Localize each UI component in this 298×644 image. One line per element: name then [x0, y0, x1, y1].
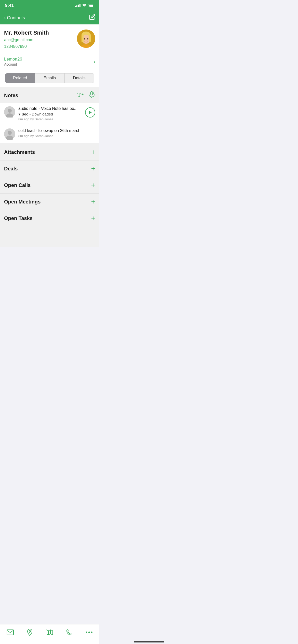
svg-text:+: +	[93, 92, 94, 95]
note-avatar-2	[4, 128, 15, 140]
contact-name: Mr. Robert Smith	[4, 30, 49, 36]
note-avatar	[4, 106, 15, 118]
svg-marker-17	[89, 111, 92, 114]
chevron-right-icon: ›	[93, 59, 95, 65]
contact-info: Mr. Robert Smith abc@gmail.com 123456789…	[4, 30, 49, 49]
svg-rect-4	[89, 35, 91, 42]
note-separator: -	[29, 112, 32, 116]
tabs-container: Related Emails Details	[0, 70, 99, 87]
nav-bar: ‹ Contacts	[0, 11, 99, 24]
notes-title: Notes	[4, 93, 18, 98]
note-item: audio note - Voice Note has be... 7 Sec …	[0, 103, 99, 125]
deals-section: Deals +	[0, 160, 99, 177]
deals-add-button[interactable]: +	[91, 165, 95, 172]
open-meetings-add-button[interactable]: +	[91, 198, 95, 205]
note-content-2: cold lead - followup on 26th march 8m ag…	[18, 128, 95, 138]
svg-point-15	[8, 109, 12, 113]
battery-icon	[88, 4, 94, 7]
svg-rect-3	[82, 35, 84, 42]
account-label: Account	[4, 62, 22, 66]
play-button[interactable]	[85, 107, 95, 118]
account-row[interactable]: Lemon26 Account ›	[0, 53, 99, 70]
note-status: Downloaded	[32, 112, 53, 116]
note-content: audio note - Voice Note has be... 7 Sec …	[18, 106, 82, 121]
open-tasks-section: Open Tasks +	[0, 210, 99, 226]
note-duration: 7 Sec	[18, 112, 28, 116]
svg-text:T: T	[77, 92, 81, 98]
tab-emails[interactable]: Emails	[35, 73, 64, 83]
open-meetings-title: Open Meetings	[4, 199, 40, 205]
back-chevron-icon: ‹	[4, 14, 6, 21]
edit-button[interactable]	[89, 14, 95, 22]
attachments-add-button[interactable]: +	[91, 149, 95, 156]
svg-point-19	[8, 131, 12, 135]
open-calls-section: Open Calls +	[0, 177, 99, 193]
open-meetings-section: Open Meetings +	[0, 193, 99, 210]
contact-header: Mr. Robert Smith abc@gmail.com 123456789…	[0, 24, 99, 53]
notes-card: audio note - Voice Note has be... 7 Sec …	[0, 103, 99, 143]
content-area: Notes T + +	[0, 87, 99, 247]
contact-phone[interactable]: 1234567890	[4, 44, 49, 49]
signal-icon	[75, 4, 80, 7]
note-time-2: 8m ago by Sarah Jonas	[18, 134, 95, 138]
status-bar: 9:41	[0, 0, 99, 11]
svg-point-6	[84, 38, 85, 40]
notes-actions: T + +	[77, 91, 95, 100]
note-time-1: 8m ago by Sarah Jonas	[18, 117, 82, 121]
tab-related[interactable]: Related	[5, 73, 35, 83]
svg-text:+: +	[82, 92, 84, 96]
note-item: cold lead - followup on 26th march 8m ag…	[0, 125, 99, 143]
wifi-icon	[82, 4, 87, 8]
svg-point-8	[86, 40, 87, 41]
svg-rect-11	[91, 92, 93, 95]
open-tasks-title: Open Tasks	[4, 215, 33, 221]
account-name: Lemon26	[4, 57, 22, 62]
note-audio-title: audio note - Voice Note has be...	[18, 106, 82, 111]
back-label: Contacts	[7, 15, 25, 21]
open-tasks-add-button[interactable]: +	[91, 215, 95, 222]
attachments-title: Attachments	[4, 149, 35, 155]
status-icons	[75, 4, 94, 8]
avatar	[77, 30, 95, 48]
svg-point-7	[87, 38, 89, 40]
tab-details[interactable]: Details	[65, 73, 94, 83]
text-add-icon[interactable]: T +	[77, 91, 85, 100]
note-text-title: cold lead - followup on 26th march	[18, 128, 95, 133]
attachments-section: Attachments +	[0, 144, 99, 160]
status-time: 9:41	[5, 3, 14, 8]
open-calls-add-button[interactable]: +	[91, 182, 95, 189]
contact-email[interactable]: abc@gmail.com	[4, 38, 49, 42]
notes-header: Notes T + +	[0, 87, 99, 103]
back-button[interactable]: ‹ Contacts	[4, 14, 25, 21]
deals-title: Deals	[4, 166, 18, 172]
open-calls-title: Open Calls	[4, 182, 31, 188]
notes-section: Notes T + +	[0, 87, 99, 143]
voice-add-icon[interactable]: +	[88, 91, 95, 100]
